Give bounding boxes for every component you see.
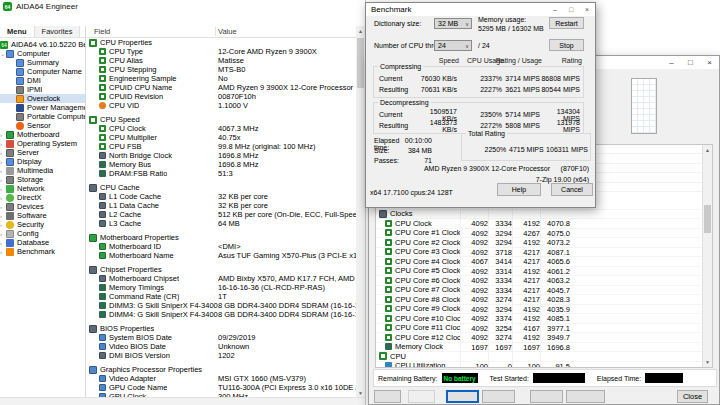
- sensor-row[interactable]: CPU Clock 4092 3334 4192 4070.8: [376, 219, 702, 229]
- list-row[interactable]: Chipset Properties: [87, 265, 356, 274]
- list-row[interactable]: North Bridge Clock 1696.8 MHz: [87, 151, 356, 160]
- scrollbar-thumb[interactable]: [704, 205, 711, 233]
- list-row[interactable]: CPU Type 12-Core AMD Ryzen 9 3900X: [87, 47, 356, 56]
- sensor-row[interactable]: Memory Clock 1697 1697 1697 1696.8: [376, 343, 702, 353]
- list-row[interactable]: BIOS Properties: [87, 324, 356, 333]
- list-row[interactable]: Video BIOS Date Unknown: [87, 342, 356, 351]
- maximize-icon[interactable]: □: [563, 3, 579, 16]
- list-scrollbar[interactable]: ▲ ▼: [356, 26, 365, 397]
- sidebar-item[interactable]: DMI: [0, 76, 85, 85]
- list-row[interactable]: DIMM4: G Skill SniperX F4-3400C16-8GSXW …: [87, 310, 356, 319]
- sidebar-item[interactable]: Summary: [0, 58, 85, 67]
- list-row[interactable]: DMI BIOS Version 1202: [87, 351, 356, 360]
- list-row[interactable]: CPU FSB 99.8 MHz (original: 100 MHz): [87, 142, 356, 151]
- close-button[interactable]: Close: [677, 390, 708, 403]
- sensor-row[interactable]: Clocks: [376, 210, 702, 220]
- list-row[interactable]: CPUID Revision 00870F10h: [87, 92, 356, 101]
- titlebar[interactable]: 64 AIDA64 Engineer: [0, 0, 365, 13]
- menu-item[interactable]: [2, 19, 12, 21]
- list-row[interactable]: CPU Clock 4067.3 MHz: [87, 124, 356, 133]
- stop-button[interactable]: Stop: [549, 39, 584, 51]
- restart-button[interactable]: Restart: [549, 17, 584, 29]
- sensor-row[interactable]: CPU Core #4 Clock 4067 3414 4217 4065.6: [376, 257, 702, 267]
- cancel-button[interactable]: Cancel: [551, 183, 593, 196]
- sidebar-item[interactable]: Power Management: [0, 103, 85, 112]
- sensor-row[interactable]: CPU Core #11 Clock 4092 3254 4167 3977.1: [376, 324, 702, 334]
- sensor-row[interactable]: CPU Core #2 Clock 4092 3294 4192 4073.2: [376, 238, 702, 248]
- sensor-row[interactable]: CPU Core #7 Clock 4092 3334 4217 4045.7: [376, 286, 702, 296]
- sidebar-item[interactable]: › Benchmark: [0, 247, 85, 256]
- sensor-row[interactable]: CPU Core #10 Clock 4092 3374 4192 4085.1: [376, 314, 702, 324]
- sensor-scrollbar[interactable]: ▲ ▼: [702, 145, 712, 367]
- sidebar-item[interactable]: Computer Name: [0, 67, 85, 76]
- dialog-titlebar[interactable]: Benchmark – □ ×: [366, 3, 595, 16]
- list-row[interactable]: GPU Code Name TU116-300A (PCI Express 3.…: [87, 383, 356, 392]
- minimize-icon[interactable]: –: [547, 3, 563, 16]
- stability-button[interactable]: [482, 390, 515, 403]
- sidebar-item[interactable]: › Database: [0, 238, 85, 247]
- maximize-icon[interactable]: □: [681, 56, 700, 69]
- list-row[interactable]: CPU Properties: [87, 38, 356, 47]
- sensor-row[interactable]: CPU Utilization 100 0 100 91.5: [376, 362, 702, 368]
- scroll-down-icon[interactable]: ▼: [356, 388, 365, 397]
- stability-button[interactable]: [530, 390, 563, 403]
- list-row[interactable]: CPU Alias Matisse: [87, 56, 356, 65]
- menu-item[interactable]: [12, 19, 22, 21]
- stability-button[interactable]: [374, 390, 401, 403]
- list-row[interactable]: CPU VID 1.1000 V: [87, 101, 356, 110]
- list-row[interactable]: Motherboard ID <DMI>: [87, 242, 356, 251]
- stability-button[interactable]: [566, 390, 605, 403]
- field-column-header[interactable]: Field: [94, 27, 110, 36]
- scroll-down-icon[interactable]: ▼: [703, 357, 712, 367]
- tab-menu[interactable]: Menu: [0, 26, 35, 37]
- stability-button[interactable]: [408, 390, 435, 403]
- list-row[interactable]: L3 Cache 64 MB: [87, 219, 356, 228]
- list-row[interactable]: CPU Cache: [87, 183, 356, 192]
- list-row[interactable]: Motherboard Chipset AMD Bixby X570, AMD …: [87, 274, 356, 283]
- list-row[interactable]: Command Rate (CR) 1T: [87, 292, 356, 301]
- stability-button[interactable]: [446, 390, 479, 403]
- list-row[interactable]: CPUID CPU Name AMD Ryzen 9 3900X 12-Core…: [87, 83, 356, 92]
- close-icon[interactable]: ×: [579, 3, 595, 16]
- list-row[interactable]: Motherboard Properties: [87, 233, 356, 242]
- sensor-row[interactable]: CPU Core #5 Clock 4092 3314 4192 4061.2: [376, 267, 702, 277]
- list-row[interactable]: CPU Multiplier 40.75x: [87, 133, 356, 142]
- menu-item[interactable]: [22, 19, 32, 21]
- menu-item[interactable]: [52, 19, 62, 21]
- sensor-row[interactable]: CPU Core #3 Clock 4092 3718 4217 4087.1: [376, 248, 702, 258]
- sidebar-item[interactable]: › Server: [0, 148, 85, 157]
- sidebar-item[interactable]: › Config: [0, 229, 85, 238]
- minimize-icon[interactable]: –: [662, 56, 681, 69]
- sensor-row[interactable]: CPU Core #9 Clock 4092 3294 4192 4035.9: [376, 305, 702, 315]
- close-icon[interactable]: ×: [700, 56, 719, 69]
- list-row[interactable]: L1 Data Cache 32 KB per core: [87, 201, 356, 210]
- value-column-header[interactable]: Value: [218, 27, 237, 36]
- sensor-row[interactable]: CPU Core #6 Clock 4092 3334 4217 4063.2: [376, 276, 702, 286]
- list-row[interactable]: Memory Timings 16-16-16-36 (CL-RCD-RP-RA…: [87, 283, 356, 292]
- list-row[interactable]: CPU Stepping MTS-B0: [87, 65, 356, 74]
- sidebar-item[interactable]: Sensor: [0, 121, 85, 130]
- sensor-row[interactable]: CPU: [376, 352, 702, 362]
- sensor-row[interactable]: CPU Core #8 Clock 4092 3274 4217 4028.3: [376, 295, 702, 305]
- sidebar-item[interactable]: › Display: [0, 157, 85, 166]
- list-row[interactable]: System BIOS Date 09/29/2019: [87, 333, 356, 342]
- scroll-up-icon[interactable]: ▲: [356, 26, 365, 35]
- column-separator[interactable]: [215, 27, 216, 36]
- sidebar-item[interactable]: › Operating System: [0, 139, 85, 148]
- list-row[interactable]: CPU Speed: [87, 115, 356, 124]
- list-row[interactable]: Memory Bus 1696.8 MHz: [87, 160, 356, 169]
- menu-item[interactable]: [42, 19, 52, 21]
- scrollbar-thumb[interactable]: [357, 38, 364, 88]
- tab-favorites[interactable]: Favorites: [35, 26, 81, 37]
- sidebar-item[interactable]: › Network: [0, 184, 85, 193]
- sidebar-item[interactable]: › Security: [0, 220, 85, 229]
- list-row[interactable]: DIMM3: G Skill SniperX F4-3400C16-8GSXW …: [87, 301, 356, 310]
- sidebar-item[interactable]: › DirectX: [0, 193, 85, 202]
- list-row[interactable]: L1 Code Cache 32 KB per core: [87, 192, 356, 201]
- list-row[interactable]: DRAM:FSB Ratio 51:3: [87, 169, 356, 178]
- list-row[interactable]: Graphics Processor Properties: [87, 365, 356, 374]
- sidebar-item[interactable]: › Multimedia: [0, 166, 85, 175]
- sidebar-item[interactable]: › Devices: [0, 202, 85, 211]
- sidebar-item[interactable]: › Software: [0, 211, 85, 220]
- menu-item[interactable]: [32, 19, 42, 21]
